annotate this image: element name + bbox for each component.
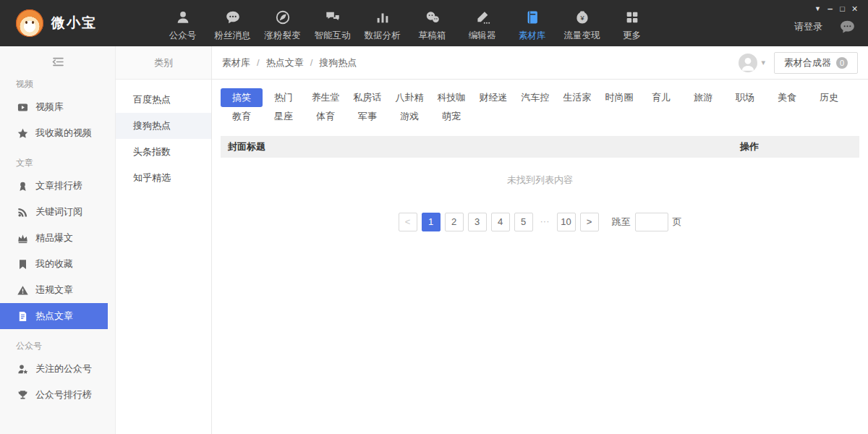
top-nav: 公众号 粉丝消息 涨粉裂变 智能互动 数据分析 草稿箱 编辑器 素材库 <box>158 0 657 46</box>
tag-item[interactable]: 美食 <box>766 88 808 107</box>
tag-item[interactable]: 私房话 <box>346 88 388 107</box>
tag-item[interactable]: 历史 <box>808 88 850 107</box>
nav-label: 公众号 <box>169 30 197 42</box>
nav-label: 草稿箱 <box>419 30 446 42</box>
nav-label: 素材库 <box>519 30 546 42</box>
breadcrumb-item[interactable]: 热点文章 <box>266 56 304 69</box>
nav-label: 更多 <box>623 30 641 42</box>
pagination: < 1 2 3 4 5 ··· 10 > 跳至 页 <box>221 213 859 231</box>
category-item-toutiao-index[interactable]: 头条指数 <box>116 139 211 165</box>
sidebar-item-favorite-videos[interactable]: 我收藏的视频 <box>0 120 108 146</box>
nav-item-draftbox[interactable]: 草稿箱 <box>407 0 457 46</box>
left-sidebar: 视频 视频库 我收藏的视频 文章 文章排行榜 关键词订阅 精品爆文 我的收藏 <box>0 46 116 434</box>
sidebar-item-followed-accounts[interactable]: 关注的公众号 <box>0 356 108 382</box>
window-close-icon[interactable]: × <box>848 4 861 14</box>
sidebar-item-video-library[interactable]: 视频库 <box>0 94 108 120</box>
tag-item[interactable]: 育儿 <box>640 88 682 107</box>
pagination-page-button[interactable]: 10 <box>557 213 576 231</box>
tag-item[interactable]: 体育 <box>305 107 346 126</box>
tag-item[interactable]: 星座 <box>263 107 305 126</box>
avatar-person-icon <box>739 54 757 72</box>
nav-item-growth[interactable]: 涨粉裂变 <box>258 0 307 46</box>
main-area: 素材库 / 热点文章 / 搜狗热点 ▾ 素材合成器 0 搞笑 热门 <box>212 46 868 434</box>
nav-item-data-analysis[interactable]: 数据分析 <box>357 0 407 46</box>
tag-item[interactable]: 八卦精 <box>388 88 430 107</box>
avatar[interactable] <box>739 54 757 72</box>
app-title: 微小宝 <box>51 14 97 33</box>
table-column-cover-title: 封面标题 <box>228 140 740 153</box>
tag-item[interactable]: 生活家 <box>556 88 598 107</box>
category-item-sogou-hot[interactable]: 搜狗热点 <box>116 113 211 139</box>
sidebar-item-label: 公众号排行榜 <box>35 388 92 401</box>
pagination-page-button[interactable]: 3 <box>468 213 487 231</box>
growth-rocket-icon <box>275 9 291 25</box>
tag-item[interactable]: 游戏 <box>388 107 430 126</box>
sidebar-item-hot-articles[interactable]: 热点文章 <box>0 303 108 329</box>
breadcrumb-item[interactable]: 素材库 <box>222 56 250 69</box>
tag-item[interactable]: 科技咖 <box>430 88 472 107</box>
sidebar-section-accounts: 公众号 <box>0 329 115 356</box>
tag-item[interactable]: 热门 <box>263 88 305 107</box>
sidebar-item-keyword-subscription[interactable]: 关键词订阅 <box>0 199 108 225</box>
category-item-zhihu-featured[interactable]: 知乎精选 <box>116 165 211 191</box>
window-maximize-icon[interactable]: □ <box>836 4 848 14</box>
pagination-page-button[interactable]: 2 <box>445 213 464 231</box>
tag-item[interactable]: 搞笑 <box>221 88 263 107</box>
tag-item[interactable]: 教育 <box>221 107 263 126</box>
nav-label: 数据分析 <box>365 30 401 42</box>
feedback-bubble-icon[interactable] <box>838 18 856 36</box>
sidebar-item-top-articles[interactable]: 精品爆文 <box>0 225 108 251</box>
window-menu-icon[interactable]: ▼ <box>812 4 824 14</box>
sidebar-item-label: 热点文章 <box>35 310 73 323</box>
tag-item[interactable]: 职场 <box>724 88 766 107</box>
sidebar-collapse-icon[interactable] <box>51 56 65 67</box>
nav-item-monetization[interactable]: ¥ 流量变现 <box>557 0 607 46</box>
tag-item[interactable]: 财经迷 <box>472 88 514 107</box>
video-icon <box>17 102 28 113</box>
sidebar-item-label: 违规文章 <box>35 284 73 297</box>
pagination-page-button[interactable]: 1 <box>422 213 441 231</box>
pagination-next-button[interactable]: > <box>580 213 599 231</box>
sidebar-item-my-favorites[interactable]: 我的收藏 <box>0 251 108 277</box>
pagination-prev-button[interactable]: < <box>399 213 417 231</box>
sidebar-item-label: 精品爆文 <box>35 231 73 244</box>
sidebar-item-account-ranking[interactable]: 公众号排行榜 <box>0 382 108 408</box>
tag-item[interactable]: 萌宠 <box>430 107 472 126</box>
category-item-baidu-hot[interactable]: 百度热点 <box>116 87 211 113</box>
login-button[interactable]: 请登录 <box>794 20 822 33</box>
tag-item[interactable]: 军事 <box>346 107 388 126</box>
sidebar-item-article-ranking[interactable]: 文章排行榜 <box>0 173 108 199</box>
fans-message-icon <box>225 9 241 25</box>
rss-icon <box>17 207 28 218</box>
material-composer-label: 素材合成器 <box>784 56 831 69</box>
sidebar-item-label: 关键词订阅 <box>35 205 82 218</box>
caret-down-icon[interactable]: ▾ <box>761 58 765 67</box>
table-header: 封面标题 操作 <box>221 136 859 158</box>
nav-item-official-accounts[interactable]: 公众号 <box>158 0 208 46</box>
nav-label: 涨粉裂变 <box>265 30 301 42</box>
sidebar-item-violation-articles[interactable]: 违规文章 <box>0 277 108 303</box>
material-composer-button[interactable]: 素材合成器 0 <box>774 52 858 74</box>
nav-item-editor[interactable]: 编辑器 <box>457 0 507 46</box>
sidebar-item-label: 文章排行榜 <box>35 179 82 192</box>
window-minimize-icon[interactable]: – <box>824 4 836 14</box>
tag-item[interactable]: 养生堂 <box>305 88 346 107</box>
jump-page-input[interactable] <box>635 213 668 231</box>
tag-item[interactable]: 汽车控 <box>514 88 556 107</box>
tag-filter-list: 搞笑 热门 养生堂 私房话 八卦精 科技咖 财经迷 汽车控 生活家 时尚圈 育儿… <box>221 88 857 126</box>
breadcrumb: 素材库 / 热点文章 / 搜狗热点 <box>222 56 357 69</box>
nav-item-fans-messages[interactable]: 粉丝消息 <box>208 0 258 46</box>
tag-item[interactable]: 时尚圈 <box>598 88 640 107</box>
app-body: 视频 视频库 我收藏的视频 文章 文章排行榜 关键词订阅 精品爆文 我的收藏 <box>0 46 868 434</box>
nav-item-smart-interaction[interactable]: 智能互动 <box>307 0 357 46</box>
tag-item[interactable]: 旅游 <box>682 88 724 107</box>
nav-item-material-library[interactable]: 素材库 <box>507 0 557 46</box>
pagination-page-button[interactable]: 5 <box>514 213 533 231</box>
nav-item-more[interactable]: 更多 <box>607 0 657 46</box>
main-header: 素材库 / 热点文章 / 搜狗热点 ▾ 素材合成器 0 <box>212 46 868 80</box>
pagination-page-button[interactable]: 4 <box>491 213 510 231</box>
sidebar-item-label: 关注的公众号 <box>35 362 92 375</box>
jump-to-label: 跳至 <box>612 216 631 229</box>
category-panel-title: 类别 <box>116 46 211 80</box>
page-unit-label: 页 <box>673 216 682 229</box>
